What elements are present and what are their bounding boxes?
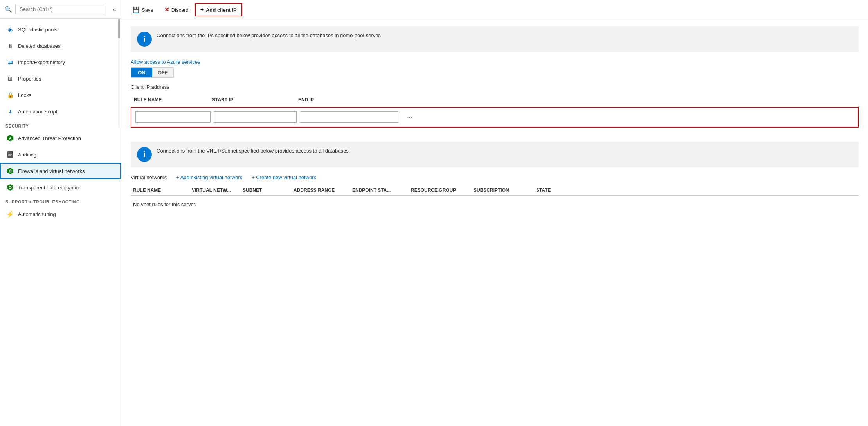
end-ip-header: END IP	[295, 97, 397, 102]
sidebar-item-label: Automatic tuning	[18, 211, 56, 217]
main-content: 💾 Save ✕ Discard + Add client IP i Conne…	[121, 0, 868, 426]
sidebar-item-label: Firewalls and virtual networks	[18, 168, 85, 174]
automation-script-icon: ⬇	[6, 108, 14, 115]
sidebar-list: ◈ SQL elastic pools 🗑 Deleted databases …	[0, 19, 121, 426]
vnet-resource-group-col: RESOURCE GROUP	[409, 187, 471, 193]
rule-name-input[interactable]	[135, 111, 211, 123]
vnet-empty-message: No vnet rules for this server.	[131, 196, 859, 213]
sidebar-item-firewalls[interactable]: Firewalls and virtual networks	[0, 163, 121, 179]
sidebar-item-label: Automation script	[18, 109, 57, 115]
security-section-label: SECURITY	[0, 120, 121, 130]
info-icon-2: i	[137, 147, 152, 162]
vnet-address-range-col: ADDRESS RANGE	[291, 187, 350, 193]
sidebar-item-label: Transparent data encryption	[18, 185, 81, 191]
sidebar-item-label: Properties	[18, 76, 41, 82]
toggle-off-button[interactable]: OFF	[152, 68, 173, 77]
sidebar-item-label: Advanced Threat Protection	[18, 135, 81, 141]
search-input[interactable]	[15, 4, 105, 14]
svg-rect-5	[8, 155, 11, 156]
add-icon: +	[200, 6, 204, 13]
add-client-ip-button[interactable]: + Add client IP	[195, 3, 242, 16]
sidebar-item-tde[interactable]: Transparent data encryption	[0, 179, 121, 196]
rule-table-header: RULE NAME START IP END IP	[131, 95, 859, 105]
sidebar-item-label: Import/Export history	[18, 59, 65, 65]
info-box-ip: i Connections from the IPs specified bel…	[131, 26, 859, 52]
toolbar: 💾 Save ✕ Discard + Add client IP	[121, 0, 868, 20]
sidebar-item-label: Auditing	[18, 152, 36, 158]
sidebar-item-locks[interactable]: 🔒 Locks	[0, 87, 121, 103]
locks-icon: 🔒	[6, 91, 14, 99]
content-area: i Connections from the IPs specified bel…	[121, 20, 868, 426]
sidebar: 🔍 « ◈ SQL elastic pools 🗑 Deleted databa…	[0, 0, 121, 426]
actions-header	[397, 97, 416, 102]
sidebar-search-bar: 🔍 «	[0, 0, 121, 19]
section-divider	[131, 134, 859, 142]
sidebar-item-import-export[interactable]: ⇄ Import/Export history	[0, 54, 121, 70]
svg-rect-2	[7, 151, 13, 158]
import-export-icon: ⇄	[6, 58, 14, 66]
add-existing-vnet-link[interactable]: + Add existing virtual network	[176, 174, 242, 180]
sidebar-item-label: Deleted databases	[18, 43, 60, 49]
vnet-section: Virtual networks + Add existing virtual …	[131, 174, 859, 213]
firewall-icon	[6, 167, 14, 175]
support-section-label: SUPPORT + TROUBLESHOOTING	[0, 196, 121, 206]
scrollbar-track	[118, 19, 120, 128]
sql-elastic-pools-icon: ◈	[6, 25, 14, 33]
client-ip-label: Client IP address	[131, 84, 859, 90]
vnet-section-label: Virtual networks	[131, 174, 167, 180]
svg-point-11	[9, 187, 11, 188]
rule-name-header: RULE NAME	[131, 97, 209, 102]
vnet-virtual-network-col: VIRTUAL NETW...	[189, 187, 240, 193]
sidebar-item-label: Locks	[18, 92, 31, 98]
create-new-vnet-link[interactable]: + Create new virtual network	[252, 174, 316, 180]
advanced-threat-icon: A	[6, 134, 14, 142]
vnet-table-header: RULE NAME VIRTUAL NETW... SUBNET ADDRESS…	[131, 185, 859, 196]
toggle-group: ON OFF	[131, 67, 174, 78]
vnet-subnet-col: SUBNET	[240, 187, 291, 193]
scrollbar-thumb[interactable]	[118, 19, 120, 38]
start-ip-header: START IP	[209, 97, 295, 102]
sidebar-item-advanced-threat[interactable]: A Advanced Threat Protection	[0, 130, 121, 146]
auto-tuning-icon: ⚡	[6, 210, 14, 218]
auditing-icon	[6, 151, 14, 158]
properties-icon: ⊞	[6, 75, 14, 83]
sidebar-item-automation-script[interactable]: ⬇ Automation script	[0, 103, 121, 120]
row-ellipsis-button[interactable]: ···	[400, 112, 420, 122]
info-text-2: Connections from the VNET/Subnet specifi…	[157, 147, 349, 155]
vnet-state-col: STATE	[534, 187, 573, 193]
start-ip-input[interactable]	[214, 111, 297, 123]
svg-rect-3	[8, 153, 12, 153]
svg-rect-4	[8, 154, 12, 155]
svg-text:A: A	[9, 137, 12, 140]
info-text-1: Connections from the IPs specified below…	[157, 32, 381, 40]
discard-button[interactable]: ✕ Discard	[160, 4, 193, 16]
discard-icon: ✕	[164, 6, 169, 13]
toggle-section: Allow access to Azure services ON OFF	[131, 59, 859, 78]
toggle-label: Allow access to Azure services	[131, 59, 859, 65]
sidebar-item-sql-elastic-pools[interactable]: ◈ SQL elastic pools	[0, 21, 121, 38]
sidebar-item-deleted-databases[interactable]: 🗑 Deleted databases	[0, 38, 121, 54]
sidebar-item-auto-tuning[interactable]: ⚡ Automatic tuning	[0, 206, 121, 222]
vnet-actions: Virtual networks + Add existing virtual …	[131, 174, 859, 180]
save-button[interactable]: 💾 Save	[128, 4, 158, 16]
vnet-endpoint-status-col: ENDPOINT STA...	[350, 187, 409, 193]
tde-icon	[6, 183, 14, 191]
end-ip-input[interactable]	[300, 111, 398, 123]
save-icon: 💾	[132, 6, 140, 13]
svg-point-8	[9, 170, 11, 172]
vnet-subscription-col: SUBSCRIPTION	[471, 187, 534, 193]
vnet-rule-name-col: RULE NAME	[131, 187, 189, 193]
info-icon-1: i	[137, 32, 152, 47]
toggle-on-button[interactable]: ON	[131, 68, 152, 77]
firewall-rule-row: ···	[131, 107, 859, 128]
sidebar-item-label: SQL elastic pools	[18, 27, 58, 32]
sidebar-item-auditing[interactable]: Auditing	[0, 146, 121, 163]
sidebar-item-properties[interactable]: ⊞ Properties	[0, 70, 121, 87]
deleted-databases-icon: 🗑	[6, 42, 14, 50]
info-box-vnet: i Connections from the VNET/Subnet speci…	[131, 142, 859, 167]
search-icon: 🔍	[5, 6, 12, 13]
collapse-sidebar-button[interactable]: «	[113, 6, 116, 13]
